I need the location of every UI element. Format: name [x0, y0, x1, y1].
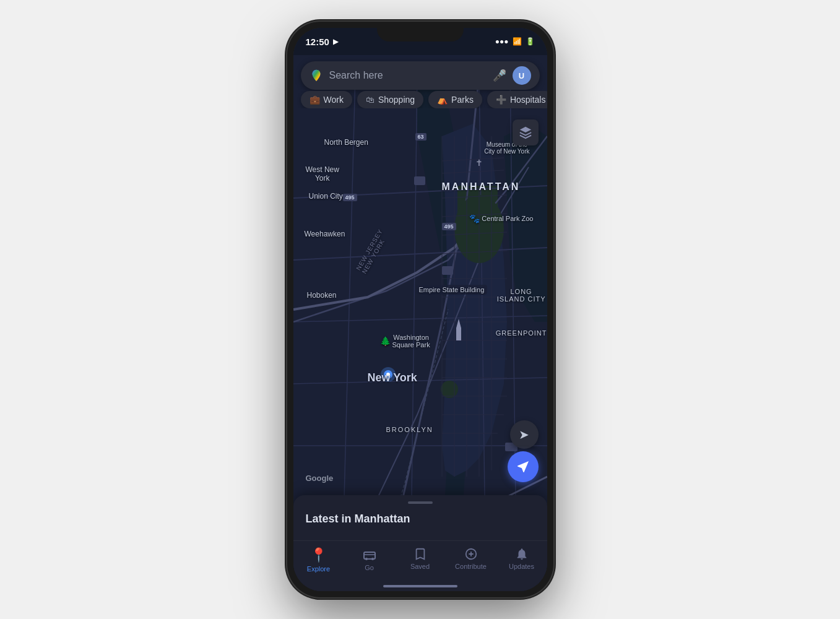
google-watermark: Google — [306, 474, 334, 483]
updates-icon — [515, 547, 529, 561]
navigation-icon: ➤ — [519, 427, 529, 442]
chip-shopping-label: Shopping — [378, 95, 415, 105]
sheet-handle — [408, 501, 433, 504]
home-bar — [383, 585, 457, 587]
svg-rect-36 — [456, 328, 461, 340]
work-icon: 💼 — [310, 95, 320, 105]
tab-saved[interactable]: Saved — [395, 547, 446, 570]
tab-explore[interactable]: 📍 Explore — [293, 547, 344, 573]
sheet-title: Latest in Manhattan — [293, 513, 547, 526]
directions-icon — [516, 459, 530, 474]
tab-contribute[interactable]: Contribute — [446, 547, 496, 570]
battery-icon: 🔋 — [526, 37, 535, 46]
saved-label: Saved — [410, 563, 430, 570]
location-arrow-icon: ▶ — [333, 38, 338, 46]
explore-icon: 📍 — [310, 547, 327, 563]
svg-text:✝: ✝ — [475, 158, 483, 168]
shopping-icon: 🛍 — [366, 95, 375, 105]
chip-parks[interactable]: ⛺ Parks — [428, 91, 482, 108]
highway-63: 63 — [415, 133, 426, 141]
search-bar[interactable]: Search here 🎤 U — [301, 61, 540, 90]
chip-work-label: Work — [324, 95, 344, 105]
go-icon — [362, 547, 377, 562]
chip-hospitals-label: Hospitals — [510, 95, 546, 105]
contribute-label: Contribute — [455, 563, 487, 570]
explore-label: Explore — [307, 565, 330, 573]
chip-shopping[interactable]: 🛍 Shopping — [357, 91, 423, 108]
highway-495: 495 — [442, 223, 456, 230]
location-button[interactable]: ➤ — [510, 420, 539, 449]
svg-point-44 — [371, 558, 374, 560]
chip-hospitals[interactable]: ➕ Hospitals — [487, 91, 547, 108]
tab-go[interactable]: Go — [344, 547, 395, 571]
bottom-sheet[interactable]: Latest in Manhattan 📍 Explore Go — [293, 495, 547, 591]
phone-screen: ✝ MANHATTAN New York North Bergen West N… — [293, 28, 547, 591]
phone-notch — [377, 22, 464, 41]
hospitals-icon: ➕ — [496, 95, 506, 105]
google-maps-logo — [310, 69, 323, 82]
chip-parks-label: Parks — [451, 95, 474, 105]
wifi-icon: 📶 — [513, 37, 522, 46]
svg-rect-42 — [364, 552, 375, 559]
avatar[interactable]: U — [513, 66, 531, 85]
navigation-fab[interactable] — [508, 451, 539, 482]
updates-label: Updates — [509, 563, 534, 570]
tab-updates[interactable]: Updates — [496, 547, 547, 570]
svg-point-43 — [365, 558, 368, 560]
search-input[interactable]: Search here — [329, 70, 487, 81]
phone-frame: ✝ MANHATTAN New York North Bergen West N… — [287, 22, 553, 597]
highway-495b: 495 — [343, 194, 357, 201]
svg-rect-12 — [441, 381, 458, 398]
svg-rect-33 — [442, 266, 453, 275]
search-area: Search here 🎤 U — [293, 55, 547, 93]
status-icons: ●●● 📶 🔋 — [495, 37, 535, 46]
svg-point-41 — [386, 373, 390, 376]
saved-icon — [414, 547, 427, 561]
go-label: Go — [365, 564, 374, 571]
parks-icon: ⛺ — [437, 95, 448, 105]
chips-area: 💼 Work 🛍 Shopping ⛺ Parks ➕ Hospitals — [293, 91, 547, 108]
chip-work[interactable]: 💼 Work — [301, 91, 352, 108]
contribute-icon — [464, 547, 478, 561]
layers-icon — [519, 126, 532, 139]
signal-icon: ●●● — [495, 37, 509, 46]
svg-rect-35 — [414, 176, 425, 185]
status-time: 12:50 ▶ — [306, 37, 338, 47]
layers-button[interactable] — [513, 119, 539, 145]
mic-icon[interactable]: 🎤 — [493, 69, 506, 82]
tab-bar: 📍 Explore Go Saved — [293, 540, 547, 591]
